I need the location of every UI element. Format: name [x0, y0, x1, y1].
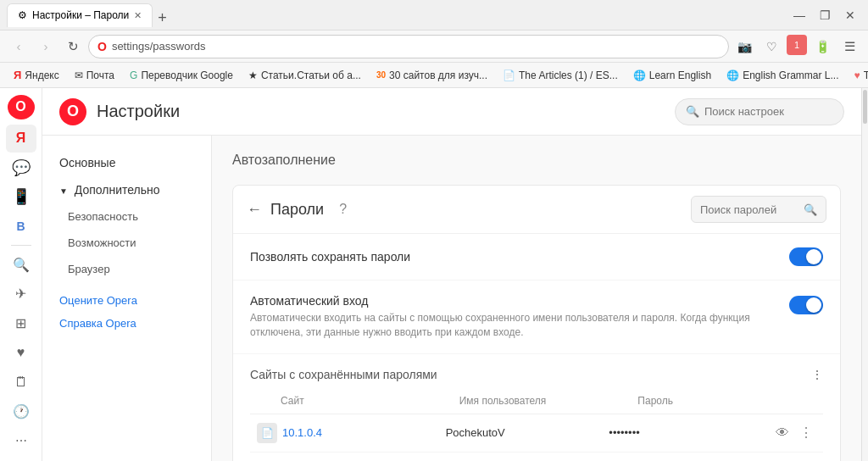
address-path: passwords	[153, 40, 205, 53]
auto-login-toggle[interactable]	[789, 296, 823, 314]
saved-passwords-title: Сайты с сохранёнными паролями ⋮	[250, 368, 823, 381]
main-area: O Я 💬 📱 В 🔍 ✈ ⊞ ♥ 🗒 🕐 ⋯ O Настройки 🔍	[0, 88, 868, 461]
wallet-icon[interactable]: 1	[787, 35, 807, 55]
search-settings-icon: 🔍	[686, 105, 699, 118]
bookmark-articles-favicon: ★	[248, 69, 258, 81]
sidebar-flow-icon[interactable]: ✈	[6, 280, 36, 308]
nav-icons: 📷 ♡ 1 🔋 ☰	[732, 35, 861, 58]
bookmark-learn-english[interactable]: 🌐 Learn English	[626, 68, 718, 83]
nav-advanced-label: Дополнительно	[75, 183, 160, 197]
minimize-button[interactable]: —	[788, 4, 810, 26]
sidebar-favorites-icon[interactable]: ♥	[6, 339, 36, 367]
nav-item-browser[interactable]: Браузер	[42, 256, 211, 282]
active-tab[interactable]: ⚙ Настройки – Пароли ✕	[7, 3, 153, 27]
bookmark-mail[interactable]: ✉ Почта	[68, 68, 121, 83]
bookmark-30sites-label: 30 сайтов для изуч...	[389, 69, 487, 81]
tab-close-button[interactable]: ✕	[134, 10, 142, 21]
nav-link-help[interactable]: Справка Opera	[42, 312, 211, 335]
tab-favicon: ⚙	[18, 9, 27, 21]
sidebar-clock-icon[interactable]: 🕐	[6, 397, 36, 425]
tab-bar: ⚙ Настройки – Пароли ✕ +	[7, 3, 783, 27]
passwords-table-header: Сайт Имя пользователя Пароль	[250, 392, 823, 414]
nav-bar: ‹ › ↻ O settings/passwords 📷 ♡ 1 🔋 ☰	[0, 31, 868, 63]
nav-item-features[interactable]: Возможности	[42, 230, 211, 256]
bookmarks-bar: Я Яндекс ✉ Почта G Переводчик Google ★ С…	[0, 63, 868, 88]
passwords-search-box[interactable]: 🔍	[691, 196, 826, 223]
bookmark-yandex-favicon: Я	[14, 69, 21, 81]
sidebar-more-icon[interactable]: ⋯	[6, 426, 36, 454]
row-pass-0: ••••••••	[609, 426, 772, 439]
sidebar-messenger-icon[interactable]: 💬	[6, 154, 36, 182]
bookmark-grammar-favicon: 🌐	[726, 69, 739, 81]
allow-save-toggle[interactable]	[789, 247, 823, 266]
opera-logo[interactable]: O	[8, 95, 35, 119]
row-icon-0: 📄	[257, 423, 277, 443]
passwords-search-input[interactable]	[700, 203, 798, 216]
settings-search-box[interactable]: 🔍	[675, 98, 844, 125]
bookmark-tests[interactable]: ♥ Тесты по английск...	[848, 68, 869, 83]
bookmark-grammar[interactable]: 🌐 English Grammar L...	[720, 68, 845, 83]
address-text: settings/passwords	[112, 40, 206, 53]
settings-search-input[interactable]	[704, 105, 833, 118]
camera-icon[interactable]: 📷	[732, 35, 756, 58]
bookmark-articles2[interactable]: 📄 The Articles (1) / ES...	[496, 68, 625, 83]
bookmark-mail-label: Почта	[86, 69, 114, 81]
expand-icon: ▼	[59, 186, 68, 196]
passwords-title: Пароли	[270, 201, 324, 219]
autofill-section-title: Автозаполнение	[232, 153, 841, 168]
bookmark-articles2-label: The Articles (1) / ES...	[519, 69, 618, 81]
bookmark-30sites[interactable]: 30 30 сайтов для изуч...	[370, 68, 494, 83]
tab-title: Настройки – Пароли	[32, 9, 129, 21]
forward-button[interactable]: ›	[34, 35, 58, 58]
scrollbar-thumb[interactable]	[863, 90, 867, 124]
nav-item-basic[interactable]: Основные	[42, 149, 211, 176]
nav-item-advanced[interactable]: ▼ Дополнительно	[42, 176, 211, 203]
sidebar-pinboard-icon[interactable]: ⊞	[6, 309, 36, 337]
settings-content: Автозаполнение ← Пароли ? 🔍	[212, 136, 861, 461]
row-eye-button-0[interactable]: 👁	[772, 423, 793, 442]
sidebar-news-icon[interactable]: Я	[6, 125, 36, 153]
opera-settings-logo: O	[59, 98, 86, 125]
new-tab-button[interactable]: +	[153, 9, 172, 27]
title-bar: ⚙ Настройки – Пароли ✕ + — ❐ ✕	[0, 0, 868, 31]
main-scrollbar[interactable]	[861, 88, 868, 461]
maximize-button[interactable]: ❐	[814, 4, 836, 26]
back-button[interactable]: ‹	[7, 35, 31, 58]
bookmark-tests-label: Тесты по английск...	[864, 69, 868, 81]
bookmark-mail-favicon: ✉	[75, 69, 83, 81]
allow-save-label: Позволять сохранять пароли	[250, 250, 789, 264]
bookmark-grammar-label: English Grammar L...	[743, 69, 838, 81]
sidebar-history-icon[interactable]: 🗒	[6, 368, 36, 396]
bookmark-articles[interactable]: ★ Статьи.Статьи об а...	[242, 68, 368, 83]
sidebar-vk-icon[interactable]: В	[6, 213, 36, 241]
passwords-back-button[interactable]: ←	[247, 201, 262, 219]
row-more-button-0[interactable]: ⋮	[796, 423, 816, 442]
settings-area: O Настройки 🔍 Основные ▼ Дополнительно Б…	[42, 88, 861, 461]
reload-button[interactable]: ↻	[61, 35, 85, 58]
settings-title: Настройки	[97, 102, 180, 121]
bookmark-articles-label: Статьи.Статьи об а...	[261, 69, 361, 81]
sidebar-search-icon[interactable]: 🔍	[6, 251, 36, 279]
saved-passwords-more-icon[interactable]: ⋮	[811, 368, 823, 381]
opera-sidebar: O Я 💬 📱 В 🔍 ✈ ⊞ ♥ 🗒 🕐 ⋯	[0, 88, 42, 461]
saved-passwords-section: Сайты с сохранёнными паролями ⋮ Сайт Имя…	[233, 354, 840, 461]
bookmark-translate-label: Переводчик Google	[141, 69, 233, 81]
settings-nav: Основные ▼ Дополнительно Безопасность Во…	[42, 136, 212, 461]
settings-header: O Настройки 🔍	[42, 88, 861, 136]
bookmark-30sites-favicon: 30	[376, 70, 386, 80]
close-button[interactable]: ✕	[839, 4, 861, 26]
bookmark-yandex[interactable]: Я Яндекс	[7, 67, 66, 83]
address-bar[interactable]: O settings/passwords	[88, 35, 729, 58]
menu-icon[interactable]: ☰	[837, 35, 861, 58]
nav-link-rate[interactable]: Оцените Opera	[42, 289, 211, 312]
password-row-1: 📄 promo.101xp.com ser-pochekutov@yandex.…	[250, 453, 823, 461]
row-site-0[interactable]: 10.1.0.4	[282, 426, 446, 439]
nav-item-security[interactable]: Безопасность	[42, 203, 211, 230]
heart-icon[interactable]: ♡	[760, 35, 783, 58]
bookmark-articles2-favicon: 📄	[503, 69, 515, 81]
bookmark-learn-english-label: Learn English	[649, 69, 711, 81]
bookmark-translate[interactable]: G Переводчик Google	[123, 68, 240, 83]
sidebar-whatsapp-icon[interactable]: 📱	[6, 183, 36, 211]
battery-icon[interactable]: 🔋	[810, 35, 834, 58]
passwords-help-icon[interactable]: ?	[339, 202, 347, 217]
